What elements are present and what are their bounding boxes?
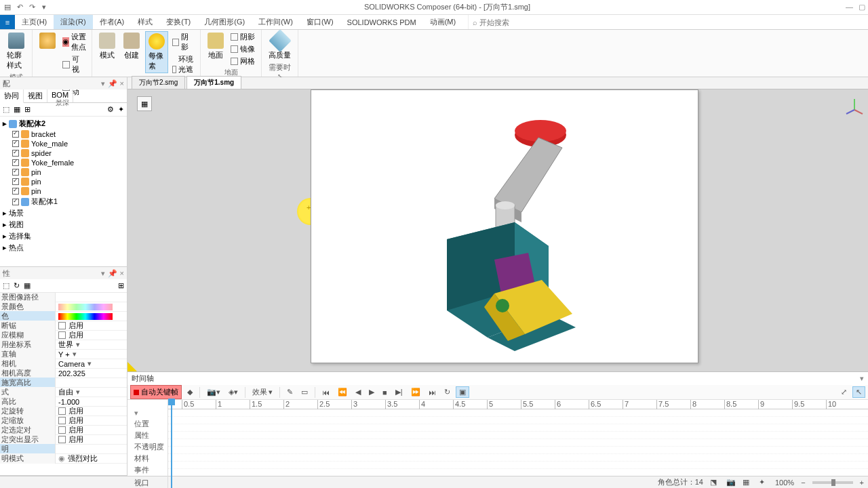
- prop-row[interactable]: 明模式◉强烈对比: [0, 454, 127, 464]
- timeline-track[interactable]: 事件: [134, 464, 165, 476]
- assembly-tab-views[interactable]: 视图: [24, 89, 47, 102]
- prop-tool-3[interactable]: ▦: [24, 281, 31, 290]
- tab-animation[interactable]: 动画(M): [423, 15, 463, 29]
- prop-tool-1[interactable]: ⬚: [3, 281, 9, 290]
- prop-tool-4[interactable]: ⊞: [118, 281, 124, 290]
- tab-workshop[interactable]: 工作间(W): [252, 15, 300, 29]
- timeline-track[interactable]: 位置: [134, 418, 165, 430]
- prop-row[interactable]: 用坐标系世界 ▾: [0, 340, 127, 350]
- panel-dropdown-icon[interactable]: ▾: [101, 79, 105, 88]
- redo-icon[interactable]: ↷: [27, 3, 37, 12]
- tree-node-yoke-male[interactable]: Yoke_male: [3, 139, 124, 148]
- tab-window[interactable]: 窗口(W): [300, 15, 340, 29]
- tree-tool-3[interactable]: ⊞: [24, 105, 31, 114]
- prop-row[interactable]: 景图像路径: [0, 293, 127, 302]
- timeline-collapse-icon[interactable]: ▾: [860, 374, 864, 383]
- model-3d[interactable]: [406, 110, 610, 354]
- tl-export-icon[interactable]: ▣: [456, 386, 469, 398]
- tree-tool-4[interactable]: ⚙: [107, 105, 114, 114]
- dof-button[interactable]: [37, 31, 58, 50]
- file-menu-button[interactable]: ≡: [0, 15, 15, 29]
- tab-home[interactable]: 主页(H): [15, 15, 54, 29]
- props-close-icon[interactable]: ×: [120, 269, 124, 278]
- prop-row[interactable]: 应模糊启用: [0, 331, 127, 340]
- tl-first-icon[interactable]: ⏮: [319, 388, 332, 397]
- props-pin-icon[interactable]: 📌: [108, 269, 117, 278]
- tab-style[interactable]: 样式: [131, 15, 159, 29]
- shadow-check-1[interactable]: 阴影: [171, 31, 196, 53]
- timeline-track[interactable]: 材料: [134, 453, 165, 464]
- maximize-icon[interactable]: ▢: [859, 3, 865, 12]
- panel-close-icon[interactable]: ×: [120, 79, 124, 88]
- tree-extra-views[interactable]: ▸ 视图: [3, 219, 124, 230]
- light-create-button[interactable]: 创建: [121, 31, 142, 62]
- prop-row[interactable]: 高比-1.000: [0, 397, 127, 407]
- assembly-tab-collab[interactable]: 协同: [0, 89, 24, 103]
- tl-prev-icon[interactable]: ◀: [353, 387, 363, 397]
- tl-stop-icon[interactable]: ■: [380, 388, 390, 397]
- timeline-track[interactable]: 视口: [134, 477, 165, 488]
- timeline-track[interactable]: 不透明度: [134, 441, 165, 453]
- tree-node-pin-3[interactable]: pin: [3, 186, 124, 196]
- view-triad-icon[interactable]: [845, 96, 864, 115]
- tree-extra-selset[interactable]: ▸ 选择集: [3, 230, 124, 242]
- per-pixel-button[interactable]: 每像素: [145, 31, 168, 73]
- tree-tool-1[interactable]: ⬚: [3, 105, 9, 114]
- prop-row[interactable]: 断锯启用: [0, 321, 127, 331]
- prop-tool-2[interactable]: ↻: [14, 281, 20, 290]
- prop-row[interactable]: 定选定对启用: [0, 426, 127, 435]
- set-focus-button[interactable]: ◉设置焦点: [61, 31, 87, 53]
- prop-row[interactable]: 景颜色: [0, 302, 127, 312]
- light-mode-button[interactable]: 模式: [96, 31, 118, 62]
- tl-btn-marker[interactable]: ✎: [284, 387, 296, 397]
- tab-pdm[interactable]: SOLIDWORKS PDM: [340, 15, 423, 29]
- prop-row[interactable]: 色: [0, 312, 127, 321]
- outline-mode-button[interactable]: 轮廓样式: [4, 31, 28, 72]
- prop-row[interactable]: 相机高度202.325: [0, 369, 127, 378]
- tree-node-subassy[interactable]: 装配体1: [3, 196, 124, 207]
- tl-nextkey-icon[interactable]: ⏩: [408, 387, 423, 397]
- prop-row[interactable]: 定突出显示启用: [0, 435, 127, 445]
- tl-btn-cam[interactable]: 📷▾: [204, 387, 223, 397]
- tree-extra-scene[interactable]: ▸ 场景: [3, 207, 124, 219]
- prop-row[interactable]: 明: [0, 445, 127, 454]
- qat-icon[interactable]: ▤: [3, 3, 12, 12]
- tl-btn-key[interactable]: ◆: [184, 387, 195, 397]
- tl-play-icon[interactable]: ▶: [366, 387, 377, 397]
- tree-tool-2[interactable]: ▦: [14, 105, 20, 114]
- doctab-0[interactable]: 万向节2.smg: [132, 76, 185, 89]
- tl-loop-icon[interactable]: ↻: [441, 387, 453, 397]
- prop-row[interactable]: 定旋转启用: [0, 407, 127, 416]
- tl-btn-loc[interactable]: ◈▾: [226, 387, 241, 397]
- tree-root[interactable]: ▸ 装配体2: [3, 118, 124, 129]
- tree-node-pin-2[interactable]: pin: [3, 177, 124, 186]
- props-dropdown-icon[interactable]: ▾: [101, 269, 105, 278]
- assembly-tab-bom[interactable]: BOM: [47, 89, 73, 102]
- viewport-tool-icon[interactable]: ▦: [137, 96, 152, 111]
- hq-button[interactable]: 高质量: [266, 31, 294, 62]
- prop-row[interactable]: 式自由 ▾: [0, 388, 127, 397]
- prop-row[interactable]: 施宽高比: [0, 378, 127, 388]
- ground-button[interactable]: 地面: [205, 31, 226, 62]
- tree-node-yoke-female[interactable]: Yoke_female: [3, 158, 124, 167]
- timeline-track[interactable]: 属性: [134, 430, 165, 441]
- prop-row[interactable]: 直轴Y + ▾: [0, 350, 127, 359]
- tab-geometry[interactable]: 几何图形(G): [197, 15, 252, 29]
- tree-node-pin-1[interactable]: pin: [3, 167, 124, 177]
- tl-next-icon[interactable]: ▶|: [393, 387, 406, 397]
- prop-row[interactable]: 相机Camera ▾: [0, 359, 127, 369]
- tl-prevkey-icon[interactable]: ⏪: [335, 387, 350, 397]
- tl-fit-icon[interactable]: ⤢: [838, 387, 850, 397]
- doctab-1[interactable]: 万向节1.smg: [186, 76, 241, 89]
- prop-row[interactable]: 定缩放启用: [0, 416, 127, 426]
- autokey-toggle[interactable]: 自动关键帧: [130, 385, 182, 399]
- tree-extra-hotspot[interactable]: ▸ 热点: [3, 242, 124, 253]
- tab-author[interactable]: 作者(A): [93, 15, 132, 29]
- tl-select-icon[interactable]: ↖: [852, 386, 865, 398]
- grid-check[interactable]: 网格: [229, 56, 256, 67]
- tree-tool-5[interactable]: ✦: [118, 105, 124, 114]
- minimize-icon[interactable]: —: [846, 3, 853, 12]
- mirror-check[interactable]: 镜像: [229, 43, 256, 55]
- zoom-slider[interactable]: [812, 481, 853, 484]
- undo-icon[interactable]: ↶: [15, 3, 24, 12]
